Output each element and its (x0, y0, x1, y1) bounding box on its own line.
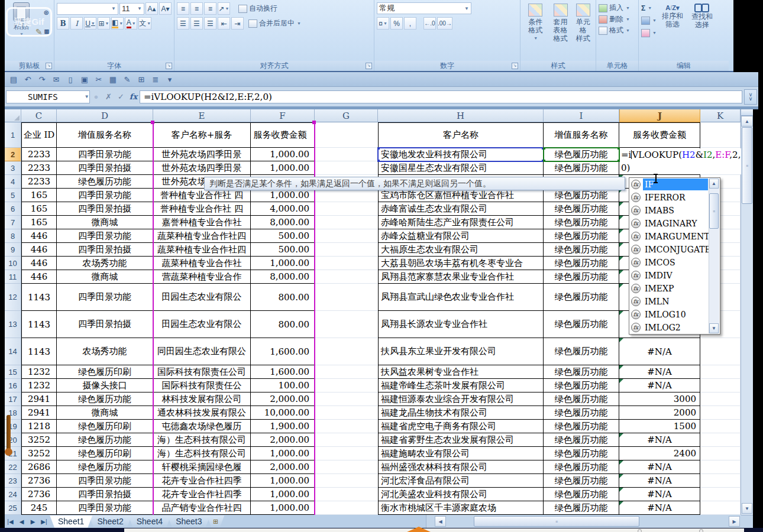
cell-J15[interactable]: #N/A (619, 365, 700, 379)
cell-D24[interactable]: 四季田景拍摄 (57, 488, 153, 501)
row-header-5[interactable]: 5 (5, 189, 21, 202)
cell-C12[interactable]: 1143 (21, 284, 57, 311)
cell-E15[interactable]: 国际科技有限责任公司 (153, 365, 251, 379)
dialog-launcher-icon[interactable]: ↘ (366, 63, 372, 69)
cell-D21[interactable]: 绿色履历印刷 (57, 447, 153, 460)
column-header-E[interactable]: E (153, 109, 251, 122)
cell-D15[interactable]: 绿色履历印刷 (57, 365, 153, 379)
cell-C17[interactable]: 2941 (21, 392, 57, 406)
expand-formula-bar-button[interactable]: ∨∨ (744, 89, 757, 105)
cell-F12[interactable]: 800.00 (251, 284, 315, 311)
enter-button[interactable]: ✓ (115, 91, 127, 103)
sheet-tab-sheet4[interactable]: Sheet4 (128, 515, 171, 528)
cell-C14[interactable]: 1143 (21, 338, 57, 365)
cell-C8[interactable]: 446 (21, 229, 57, 243)
draw-border-icon[interactable]: ✎ (121, 74, 133, 85)
cell-G8[interactable] (315, 229, 378, 243)
cell-H22[interactable]: 福州盛强农林科技有限公司 (378, 460, 544, 474)
cell-F22[interactable]: 2,000.00 (251, 460, 315, 474)
column-header-C[interactable]: C (21, 109, 57, 122)
row-header-13[interactable]: 13 (5, 311, 21, 338)
row-header-15[interactable]: 15 (5, 365, 21, 379)
row-header-10[interactable]: 10 (5, 257, 21, 270)
cell-F9[interactable]: 500.00 (251, 243, 315, 257)
cell-I11[interactable]: 绿色履历功能 (544, 270, 619, 284)
grow-font-button[interactable]: A▴ (146, 2, 158, 15)
function-list-item-imln[interactable]: fxIMLN (629, 295, 720, 308)
cell-C3[interactable]: 2233 (21, 161, 57, 175)
font-color-button[interactable]: A▼ (125, 17, 137, 30)
formula-options-icon[interactable]: ● (90, 91, 102, 103)
cell-E20[interactable]: 海）生态科技有限公司 (153, 433, 251, 447)
cell-J20[interactable]: #N/A (619, 433, 700, 447)
range-handle[interactable] (377, 160, 380, 162)
conditional-formatting-button[interactable]: 条件格式 ▼ (523, 2, 548, 61)
cell-H8[interactable]: 赤峰众益糖业有限公司 (378, 229, 544, 243)
cell-F18[interactable]: 10,000.00 (251, 406, 315, 420)
cell-C5[interactable]: 165 (21, 189, 57, 202)
scrollbar-thumb[interactable]: ≡ (474, 516, 639, 527)
shrink-font-button[interactable]: A▾ (159, 2, 172, 15)
cell-I1[interactable]: 增值服务名称 (544, 122, 619, 148)
cell-I13[interactable]: 绿色履历功能 (544, 311, 619, 338)
cell-C23[interactable]: 2736 (21, 474, 57, 488)
format-cells-button[interactable]: 格式▼ (599, 25, 636, 36)
function-list-item-imconjugate[interactable]: fxIMCONJUGATE (629, 243, 720, 256)
cell-H14[interactable]: 扶风县东立果业开发有限公司 (378, 338, 544, 365)
find-select-button[interactable]: 查找和 选择 (688, 2, 716, 61)
function-list-item-imlog2[interactable]: fxIMLOG2 (629, 321, 720, 334)
cell-K15[interactable] (700, 365, 741, 379)
row-header-24[interactable]: 24 (5, 488, 21, 501)
cell-C6[interactable]: 165 (21, 202, 57, 216)
cell-I10[interactable]: 绿色履历功能 (544, 257, 619, 270)
row-header-23[interactable]: 23 (5, 474, 21, 488)
cell-H24[interactable]: 河北美盛农业科技有限公司 (378, 488, 544, 501)
sort-filter-button[interactable]: A/Z▾ 排序和 筛选 (659, 2, 686, 61)
cell-D14[interactable]: 农场秀功能 (57, 338, 153, 365)
cell-E10[interactable]: 蔬菜种植专业合作社 (153, 257, 251, 270)
dropdown-scrollbar[interactable]: ▲ ≡ ▼ (709, 179, 719, 333)
cell-I16[interactable]: 绿色履历功能 (544, 379, 619, 392)
cell-G3[interactable] (315, 161, 378, 175)
cell-D13[interactable]: 四季田景拍摄 (57, 311, 153, 338)
cell-F6[interactable]: 4,000.00 (251, 202, 315, 216)
cell-F25[interactable]: 1,000.00 (251, 501, 315, 515)
cell-H6[interactable]: 赤峰富诚生态农业有限公司 (378, 202, 544, 216)
cell-C21[interactable]: 3252 (21, 447, 57, 460)
fill-color-button[interactable]: ◧▼ (111, 17, 124, 30)
borders-button[interactable]: ⊞▼ (98, 17, 110, 30)
row-header-14[interactable]: 14 (5, 338, 21, 365)
cell-C22[interactable]: 2686 (21, 460, 57, 474)
cell-E25[interactable]: 品产销专业合作社四 (153, 501, 251, 515)
cell-G12[interactable] (315, 284, 378, 311)
cell-F10[interactable]: 1,000.00 (251, 257, 315, 270)
cell-J17[interactable]: 3000 (619, 392, 700, 406)
cell-C9[interactable]: 446 (21, 243, 57, 257)
column-header-F[interactable]: F (251, 109, 315, 122)
font-size-combo[interactable]: 11▼ (119, 3, 144, 15)
cell-H18[interactable]: 福建龙晶生物技术有限公司 (378, 406, 544, 420)
cell-F17[interactable]: 2,000.00 (251, 392, 315, 406)
cell-J14[interactable]: #N/A (619, 338, 700, 365)
cell-F24[interactable]: 1,000.00 (251, 488, 315, 501)
scrollbar-thumb[interactable]: ≡ (709, 193, 719, 229)
cell-G24[interactable] (315, 488, 378, 501)
cell-E12[interactable]: 田园生态农业有限公 (153, 284, 251, 311)
cell-G22[interactable] (315, 460, 378, 474)
vertical-scrollbar[interactable]: ▲ ≡ ▼ (741, 109, 753, 515)
cell-K21[interactable] (700, 447, 741, 460)
column-header-I[interactable]: I (544, 109, 619, 122)
cell-G7[interactable] (315, 216, 378, 229)
insert-cells-button[interactable]: 插入▼ (599, 2, 636, 14)
scroll-right-icon[interactable]: ▶ (729, 516, 740, 527)
cell-C4[interactable]: 2233 (21, 175, 57, 189)
cell-C2[interactable]: 2233 (21, 148, 57, 161)
cell-D10[interactable]: 农场秀功能 (57, 257, 153, 270)
cell-J21[interactable]: 2400 (619, 447, 700, 460)
cell-D8[interactable]: 四季田景功能 (57, 229, 153, 243)
cell-I15[interactable]: 绿色履历功能 (544, 365, 619, 379)
delete-cells-button[interactable]: 删除▼ (599, 14, 636, 25)
cell-I12[interactable]: 绿色履历功能 (544, 284, 619, 311)
cell-D12[interactable]: 四季田景功能 (57, 284, 153, 311)
row-header-16[interactable]: 16 (5, 379, 21, 392)
